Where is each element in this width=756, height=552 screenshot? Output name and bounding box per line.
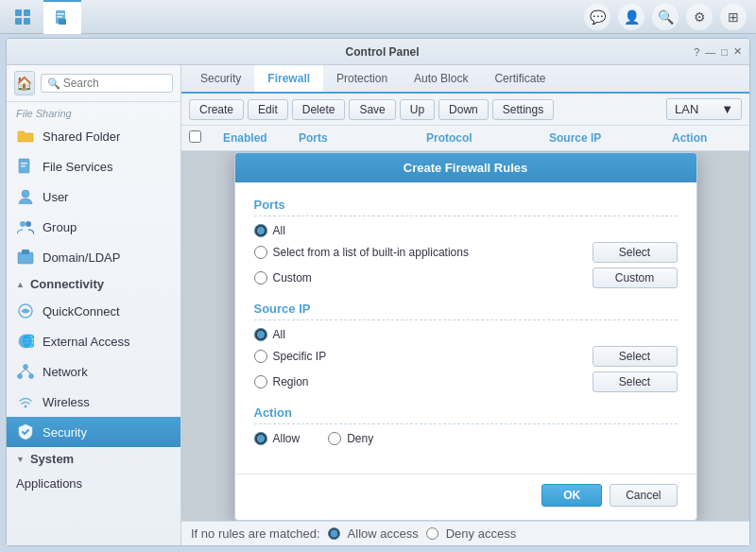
sidebar-item-file-services[interactable]: File Services bbox=[7, 151, 180, 181]
save-button[interactable]: Save bbox=[349, 99, 395, 120]
sidebar-item-label: Group bbox=[43, 220, 77, 234]
select-all-checkbox[interactable] bbox=[189, 130, 201, 143]
sidebar-item-wireless[interactable]: Wireless bbox=[7, 387, 180, 417]
ports-all-label: All bbox=[273, 224, 678, 237]
user-icon[interactable]: 👤 bbox=[618, 4, 644, 30]
bottom-bar-label: If no rules are matched: bbox=[191, 526, 320, 541]
settings-button[interactable]: Settings bbox=[492, 99, 554, 120]
down-button[interactable]: Down bbox=[438, 99, 489, 120]
toolbar: Create Edit Delete Save Up Down Settings… bbox=[181, 94, 749, 126]
tab-protection[interactable]: Protection bbox=[323, 65, 401, 94]
close-button[interactable]: ✕ bbox=[733, 45, 742, 58]
allow-access-label: Allow access bbox=[348, 526, 419, 541]
sidebar-item-shared-folder[interactable]: Shared Folder bbox=[7, 121, 180, 151]
sidebar-item-quickconnect[interactable]: QuickConnect bbox=[7, 296, 180, 326]
svg-rect-10 bbox=[21, 165, 26, 167]
source-region-radio[interactable] bbox=[254, 375, 267, 388]
ports-section-title: Ports bbox=[254, 198, 678, 216]
file-icon[interactable] bbox=[43, 0, 81, 34]
ports-select-button[interactable]: Select bbox=[593, 242, 678, 263]
sidebar-item-external-access[interactable]: 🌐 External Access bbox=[7, 326, 180, 356]
source-specific-ip-radio[interactable] bbox=[254, 350, 267, 363]
shared-folder-icon bbox=[16, 127, 35, 146]
sidebar-item-security[interactable]: Security bbox=[7, 417, 180, 447]
source-specific-ip-label: Specific IP bbox=[273, 350, 587, 363]
window-controls: ? — □ ✕ bbox=[694, 45, 742, 58]
sidebar-item-network[interactable]: Network bbox=[7, 356, 180, 387]
cancel-button[interactable]: Cancel bbox=[610, 484, 677, 507]
system-section[interactable]: ▼ System bbox=[7, 447, 180, 471]
search-icon-small: 🔍 bbox=[47, 78, 60, 90]
svg-rect-1 bbox=[24, 9, 30, 16]
sidebar-item-user[interactable]: User bbox=[7, 181, 180, 212]
home-button[interactable]: 🏠 bbox=[14, 71, 35, 95]
source-all-radio[interactable] bbox=[254, 328, 267, 341]
source-specific-ip-row: Specific IP Select bbox=[254, 346, 678, 367]
grid-icon[interactable] bbox=[4, 0, 42, 34]
windows-icon[interactable]: ⊞ bbox=[720, 4, 747, 30]
ports-section: Ports All Select from a list of built-in… bbox=[254, 198, 678, 288]
sidebar-item-applications[interactable]: Applications bbox=[7, 471, 180, 496]
settings-icon[interactable]: ⚙ bbox=[686, 4, 713, 30]
ports-all-radio[interactable] bbox=[254, 224, 267, 237]
source-region-select-button[interactable]: Select bbox=[593, 371, 678, 392]
quickconnect-icon bbox=[16, 302, 35, 320]
search-input[interactable] bbox=[63, 77, 166, 90]
maximize-button[interactable]: □ bbox=[721, 46, 728, 58]
action-section: Action Allow Deny bbox=[254, 405, 678, 445]
svg-line-23 bbox=[26, 370, 31, 374]
ports-custom-button[interactable]: Custom bbox=[593, 267, 678, 288]
dialog-footer: OK Cancel bbox=[235, 474, 696, 520]
deny-access-radio[interactable] bbox=[426, 527, 438, 540]
col-header-enabled: Enabled bbox=[217, 129, 293, 147]
dropdown-arrow-icon: ▼ bbox=[721, 102, 733, 116]
ports-custom-radio[interactable] bbox=[254, 271, 267, 285]
svg-text:🌐: 🌐 bbox=[22, 333, 34, 349]
sidebar-top: 🏠 🔍 bbox=[7, 65, 180, 102]
create-firewall-rules-dialog: Create Firewall Rules Ports All bbox=[234, 152, 697, 521]
edit-button[interactable]: Edit bbox=[248, 99, 288, 120]
ports-select-app-radio[interactable] bbox=[254, 246, 267, 259]
ok-button[interactable]: OK bbox=[541, 484, 602, 507]
source-ip-section: Source IP All Specific IP Select bbox=[254, 302, 678, 392]
chat-icon[interactable]: 💬 bbox=[584, 4, 610, 30]
minimize-button[interactable]: — bbox=[705, 46, 715, 58]
col-header-protocol: Protocol bbox=[421, 129, 543, 147]
tab-firewall[interactable]: Firewall bbox=[254, 65, 323, 94]
svg-rect-2 bbox=[15, 18, 22, 25]
tab-bar: Security Firewall Protection Auto Block … bbox=[181, 65, 749, 94]
col-header-source-ip: Source IP bbox=[543, 129, 666, 147]
svg-rect-9 bbox=[21, 163, 27, 164]
top-bar-left bbox=[0, 0, 81, 34]
sidebar-item-label: Wireless bbox=[43, 395, 90, 409]
action-allow-radio[interactable] bbox=[254, 432, 267, 445]
ports-custom-label: Custom bbox=[273, 271, 587, 285]
file-services-icon bbox=[16, 157, 35, 176]
svg-point-19 bbox=[24, 365, 28, 370]
tab-certificate[interactable]: Certificate bbox=[481, 65, 558, 94]
sidebar-item-domain-ldap[interactable]: Domain/LDAP bbox=[7, 242, 180, 272]
source-specific-ip-select-button[interactable]: Select bbox=[593, 346, 678, 367]
tab-security[interactable]: Security bbox=[187, 65, 254, 94]
system-label: System bbox=[30, 452, 74, 466]
search-box: 🔍 bbox=[41, 74, 173, 93]
search-icon[interactable]: 🔍 bbox=[652, 4, 679, 30]
svg-point-12 bbox=[20, 221, 26, 227]
group-icon bbox=[16, 217, 35, 236]
action-deny-radio[interactable] bbox=[328, 432, 341, 445]
sidebar-item-group[interactable]: Group bbox=[7, 212, 180, 242]
up-button[interactable]: Up bbox=[400, 99, 435, 120]
connectivity-section[interactable]: ▲ Connectivity bbox=[7, 272, 180, 296]
create-button[interactable]: Create bbox=[189, 99, 244, 120]
delete-button[interactable]: Delete bbox=[292, 99, 346, 120]
help-button[interactable]: ? bbox=[694, 46, 699, 58]
tab-auto-block[interactable]: Auto Block bbox=[401, 65, 481, 94]
user-icon bbox=[16, 187, 35, 206]
allow-access-radio[interactable] bbox=[328, 527, 340, 540]
action-allow-label: Allow bbox=[273, 432, 301, 445]
wireless-icon bbox=[16, 392, 35, 411]
domain-icon bbox=[16, 248, 35, 267]
lan-dropdown[interactable]: LAN ▼ bbox=[666, 98, 742, 120]
svg-point-24 bbox=[25, 405, 27, 408]
ports-select-app-label: Select from a list of built-in applicati… bbox=[273, 246, 587, 259]
